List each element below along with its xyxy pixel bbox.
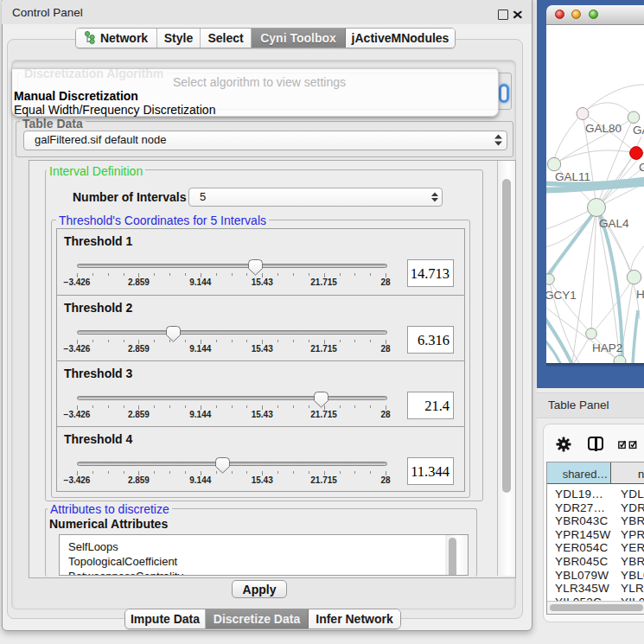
svg-text:HAP2: HAP2: [592, 341, 622, 354]
svg-text:GAL11: GAL11: [555, 170, 590, 183]
svg-text:GCY1: GCY1: [546, 289, 577, 302]
svg-text:GA: GA: [633, 124, 644, 137]
svg-text:HA: HA: [636, 288, 644, 301]
svg-text:GAL4: GAL4: [599, 217, 629, 230]
svg-text:CY: CY: [639, 161, 644, 174]
svg-text:GAL80: GAL80: [585, 122, 622, 135]
